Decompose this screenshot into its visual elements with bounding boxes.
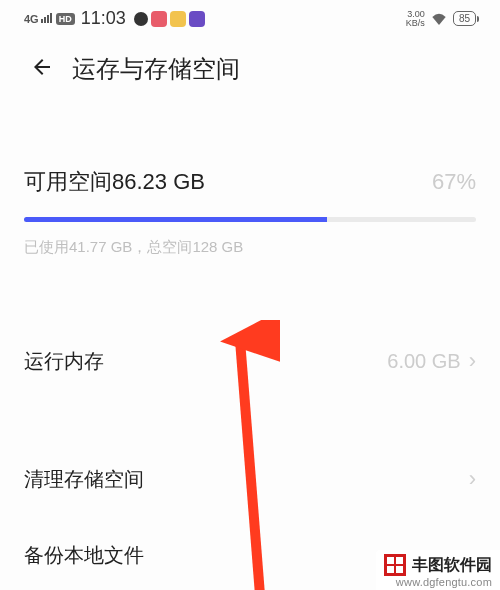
clean-right: › [469,466,476,492]
back-button[interactable] [30,55,54,83]
notification-app-icon [151,11,167,27]
storage-available-label: 可用空间86.23 GB [24,167,205,197]
status-time: 11:03 [81,8,126,29]
storage-top-row: 可用空间86.23 GB 67% [24,167,476,197]
network-speed: 3.00 KB/s [406,10,425,28]
notification-dot-icon [134,12,148,26]
hd-badge: HD [56,13,75,25]
storage-progress-fill [24,217,327,222]
clean-storage-label: 清理存储空间 [24,466,144,493]
signal-bars-icon [41,13,52,23]
watermark-url: www.dgfengtu.com [384,576,492,588]
netspeed-unit: KB/s [406,19,425,28]
chevron-right-icon: › [469,466,476,492]
ram-row[interactable]: 运行内存 6.00 GB › [0,327,500,395]
wifi-icon [431,13,447,25]
watermark-logo-icon [384,554,406,576]
storage-percent: 67% [432,169,476,195]
notification-icons [134,11,205,27]
watermark: 丰图软件园 www.dgfengtu.com [376,550,500,590]
page-header: 运存与存储空间 [0,33,500,97]
page-title: 运存与存储空间 [72,53,240,85]
storage-summary: 可用空间86.23 GB 67% 已使用41.77 GB，总空间128 GB [0,97,500,257]
ram-right: 6.00 GB › [387,348,476,374]
storage-detail-text: 已使用41.77 GB，总空间128 GB [24,238,476,257]
notification-app-icon [189,11,205,27]
status-bar: 4G HD 11:03 3.00 KB/s 85 [0,0,500,33]
signal-indicator: 4G [24,13,52,25]
ram-label: 运行内存 [24,348,104,375]
signal-4g-label: 4G [24,13,39,25]
watermark-logo-row: 丰图软件园 [384,554,492,576]
chevron-right-icon: › [469,348,476,374]
notification-app-icon [170,11,186,27]
backup-files-label: 备份本地文件 [24,542,144,569]
status-right: 3.00 KB/s 85 [406,10,476,28]
arrow-left-icon [30,55,54,79]
status-left: 4G HD 11:03 [24,8,205,29]
ram-value: 6.00 GB [387,350,460,373]
storage-progress-bar [24,217,476,222]
battery-indicator: 85 [453,11,476,26]
watermark-name: 丰图软件园 [412,555,492,576]
clean-storage-row[interactable]: 清理存储空间 › [0,445,500,513]
